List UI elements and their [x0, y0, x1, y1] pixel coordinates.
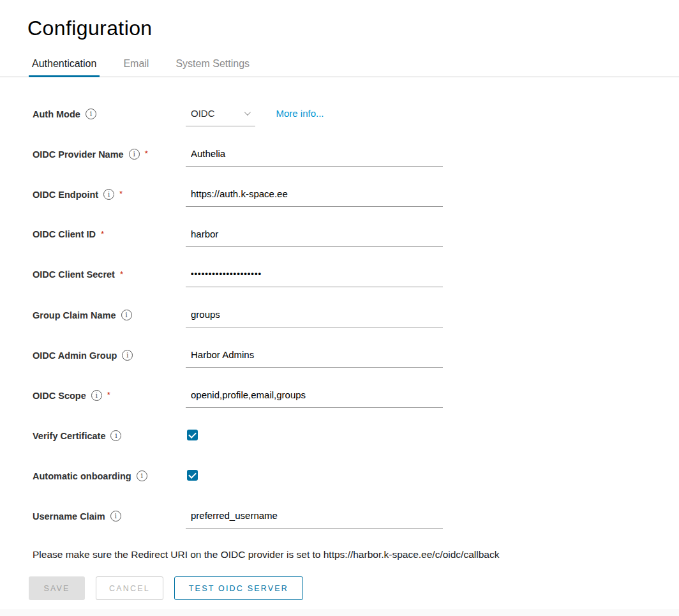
configuration-page: Configuration Authentication Email Syste…: [0, 0, 679, 616]
redirect-uri-note: Please make sure the Redirect URI on the…: [33, 549, 679, 560]
automatic-onboarding-label: Automatic onboarding i: [33, 469, 186, 481]
oidc-client-id-label: OIDC Client ID *: [33, 227, 186, 239]
save-button[interactable]: SAVE: [29, 576, 85, 600]
username-claim-label: Username Claim i: [33, 509, 186, 522]
oidc-scope-input[interactable]: [186, 388, 443, 408]
required-marker: *: [120, 269, 123, 279]
oidc-endpoint-input[interactable]: [186, 187, 443, 207]
label-text: Automatic onboarding: [33, 471, 131, 481]
info-icon[interactable]: i: [121, 310, 132, 320]
info-icon[interactable]: i: [129, 149, 140, 160]
tab-system-settings[interactable]: System Settings: [172, 53, 253, 77]
tab-bar: Authentication Email System Settings: [0, 53, 679, 77]
auth-mode-control: OIDC More info...: [186, 107, 679, 126]
form-row-oidc-client-id: OIDC Client ID *: [33, 227, 679, 251]
label-text: Verify Certificate: [33, 431, 105, 441]
form-row-auth-mode: Auth Mode i OIDC More info...: [33, 107, 679, 130]
required-marker: *: [145, 149, 148, 158]
page-bottom-strip: [0, 609, 679, 616]
auth-mode-select[interactable]: OIDC: [186, 107, 255, 126]
info-icon[interactable]: i: [110, 511, 121, 522]
label-text: Username Claim: [33, 511, 105, 522]
verify-certificate-checkbox[interactable]: [187, 430, 198, 440]
form-row-verify-certificate: Verify Certificate i: [33, 428, 679, 452]
oidc-admin-group-label: OIDC Admin Group i: [33, 348, 186, 361]
info-icon[interactable]: i: [122, 350, 133, 361]
label-text: OIDC Endpoint: [33, 190, 98, 200]
info-icon[interactable]: i: [103, 189, 114, 200]
form-row-automatic-onboarding: Automatic onboarding i: [33, 469, 679, 492]
form-row-oidc-provider-name: OIDC Provider Name i *: [33, 147, 679, 170]
oidc-scope-label: OIDC Scope i *: [33, 388, 186, 401]
button-bar: SAVE CANCEL TEST OIDC SERVER: [29, 576, 679, 600]
oidc-client-secret-label: OIDC Client Secret *: [33, 267, 186, 280]
form-row-oidc-client-secret: OIDC Client Secret *: [33, 267, 679, 291]
info-icon[interactable]: i: [110, 430, 121, 441]
oidc-provider-name-input[interactable]: [186, 147, 443, 167]
label-text: OIDC Client ID: [33, 229, 96, 239]
cancel-button[interactable]: CANCEL: [96, 576, 163, 600]
group-claim-name-label: Group Claim Name i: [33, 308, 186, 320]
oidc-provider-name-label: OIDC Provider Name i *: [33, 147, 186, 160]
auth-config-form: Auth Mode i OIDC More info... OIDC Provi…: [0, 77, 679, 532]
form-row-oidc-endpoint: OIDC Endpoint i *: [33, 187, 679, 211]
form-row-group-claim-name: Group Claim Name i: [33, 308, 679, 331]
label-text: OIDC Client Secret: [33, 269, 115, 280]
form-row-username-claim: Username Claim i: [33, 509, 679, 532]
tab-email[interactable]: Email: [120, 53, 152, 77]
oidc-client-secret-input[interactable]: [186, 267, 443, 287]
required-marker: *: [107, 390, 110, 400]
test-oidc-server-button[interactable]: TEST OIDC SERVER: [174, 576, 303, 600]
form-row-oidc-scope: OIDC Scope i *: [33, 388, 679, 412]
verify-certificate-label: Verify Certificate i: [33, 428, 186, 441]
label-text: Auth Mode: [33, 109, 80, 119]
required-marker: *: [101, 229, 104, 239]
tab-authentication[interactable]: Authentication: [29, 53, 100, 77]
username-claim-input[interactable]: [186, 509, 443, 529]
info-icon[interactable]: i: [91, 390, 102, 401]
automatic-onboarding-checkbox[interactable]: [187, 470, 198, 481]
label-text: Group Claim Name: [33, 310, 116, 320]
oidc-endpoint-label: OIDC Endpoint i *: [33, 187, 186, 200]
label-text: OIDC Scope: [33, 391, 86, 401]
oidc-admin-group-input[interactable]: [186, 348, 443, 368]
oidc-client-id-input[interactable]: [186, 227, 443, 247]
form-row-oidc-admin-group: OIDC Admin Group i: [33, 348, 679, 372]
label-text: OIDC Admin Group: [33, 350, 117, 361]
chevron-down-icon: [244, 109, 251, 116]
auth-mode-label: Auth Mode i: [33, 107, 186, 119]
group-claim-name-input[interactable]: [186, 308, 443, 327]
info-icon[interactable]: i: [137, 470, 147, 481]
page-title: Configuration: [27, 17, 679, 40]
auth-mode-selected-value: OIDC: [191, 108, 215, 119]
label-text: OIDC Provider Name: [33, 149, 124, 160]
required-marker: *: [119, 189, 123, 199]
more-info-link[interactable]: More info...: [276, 108, 324, 119]
info-icon[interactable]: i: [86, 109, 96, 119]
